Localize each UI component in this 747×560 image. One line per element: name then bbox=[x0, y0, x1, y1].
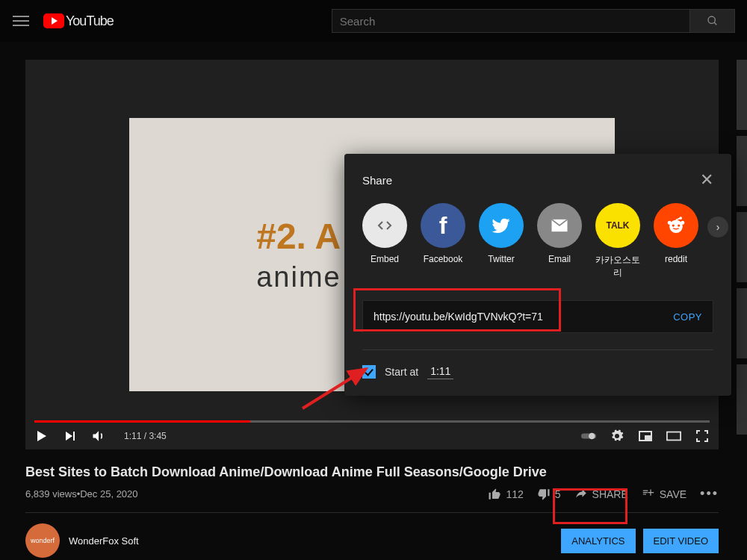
share-target-kakao[interactable]: TALK 카카오스토리 bbox=[595, 203, 640, 279]
share-url[interactable]: https://youtu.be/KwIdgTVNvkQ?t=71 bbox=[374, 311, 673, 323]
share-target-facebook[interactable]: f Facebook bbox=[421, 203, 465, 264]
svg-point-11 bbox=[668, 221, 672, 225]
publish-date: Dec 25, 2020 bbox=[80, 488, 137, 500]
suggested-video[interactable] bbox=[737, 212, 747, 282]
svg-point-10 bbox=[681, 221, 684, 225]
svg-point-3 bbox=[589, 433, 595, 440]
share-targets-next[interactable]: › bbox=[707, 217, 728, 237]
suggested-video[interactable] bbox=[737, 288, 747, 358]
like-button[interactable]: 112 bbox=[488, 488, 523, 501]
share-target-twitter[interactable]: Twitter bbox=[479, 203, 524, 264]
svg-rect-5 bbox=[645, 436, 651, 440]
channel-name[interactable]: WonderFox Soft bbox=[69, 535, 139, 547]
svg-point-8 bbox=[672, 224, 675, 226]
video-overlay-text-2: anime bbox=[256, 261, 341, 293]
edit-video-button[interactable]: EDIT VIDEO bbox=[643, 529, 719, 553]
svg-line-1 bbox=[714, 22, 716, 25]
search-button[interactable] bbox=[690, 9, 735, 33]
fullscreen-icon[interactable] bbox=[695, 429, 710, 444]
start-at-checkbox[interactable] bbox=[362, 365, 376, 379]
share-button[interactable]: SHARE bbox=[574, 488, 628, 501]
volume-button[interactable] bbox=[91, 429, 106, 444]
more-actions-button[interactable]: ••• bbox=[700, 486, 719, 502]
miniplayer-icon[interactable] bbox=[638, 429, 653, 444]
svg-rect-6 bbox=[667, 432, 681, 441]
save-button[interactable]: SAVE bbox=[642, 488, 686, 501]
svg-point-9 bbox=[678, 224, 680, 226]
share-target-reddit[interactable]: reddit bbox=[654, 203, 698, 264]
like-count: 112 bbox=[506, 488, 523, 500]
menu-icon[interactable] bbox=[12, 12, 30, 30]
video-overlay-text-1: #2. A bbox=[256, 216, 341, 257]
theater-icon[interactable] bbox=[666, 429, 681, 444]
youtube-logo[interactable]: YouTube bbox=[43, 13, 114, 29]
play-button[interactable] bbox=[34, 429, 49, 444]
search-input[interactable] bbox=[332, 9, 690, 33]
copy-button[interactable]: COPY bbox=[673, 311, 702, 323]
svg-point-0 bbox=[708, 16, 715, 23]
settings-icon[interactable] bbox=[610, 429, 624, 444]
share-target-email[interactable]: Email bbox=[537, 203, 582, 264]
share-dialog-title: Share bbox=[362, 174, 392, 187]
svg-point-7 bbox=[669, 220, 683, 234]
channel-avatar[interactable]: wonderf bbox=[25, 523, 60, 558]
analytics-button[interactable]: ANALYTICS bbox=[561, 529, 635, 553]
view-count: 6,839 views bbox=[25, 488, 77, 500]
suggested-video[interactable] bbox=[737, 364, 747, 435]
suggested-video[interactable] bbox=[737, 136, 747, 206]
start-at-label: Start at bbox=[385, 366, 418, 378]
close-icon[interactable]: ✕ bbox=[700, 170, 713, 190]
video-title: Best Sites to Batch Download Anime/Downl… bbox=[25, 464, 719, 480]
dislike-count: 5 bbox=[555, 488, 561, 500]
next-button[interactable] bbox=[63, 429, 78, 444]
autoplay-toggle[interactable] bbox=[581, 429, 596, 444]
share-target-embed[interactable]: Embed bbox=[362, 203, 407, 264]
start-at-time[interactable]: 1:11 bbox=[427, 364, 453, 379]
suggested-video[interactable] bbox=[737, 60, 747, 130]
time-display: 1:11 / 3:45 bbox=[124, 431, 167, 441]
dislike-button[interactable]: 5 bbox=[537, 488, 561, 501]
brand-text: YouTube bbox=[66, 13, 114, 29]
share-dialog: Share ✕ Embed f Facebook Twitter Email T… bbox=[344, 154, 731, 396]
